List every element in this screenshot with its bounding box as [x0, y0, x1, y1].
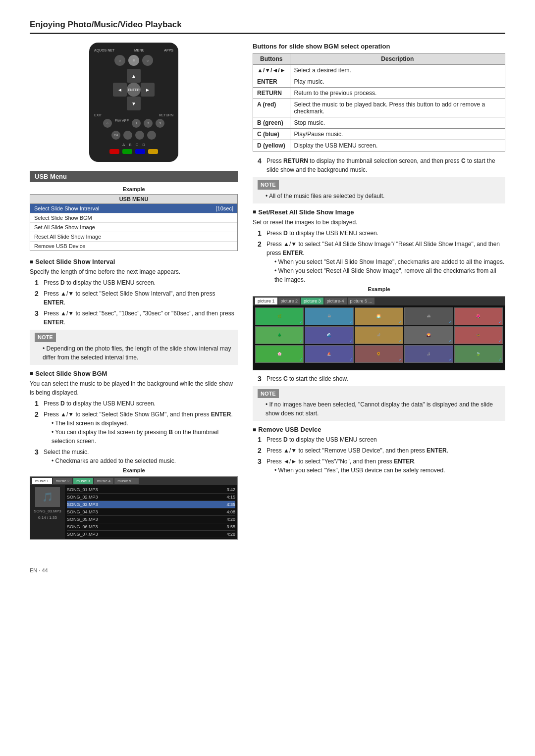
example-label-music: Example: [30, 467, 238, 473]
bgm-step-1: 1 Press D to display the USB MENU screen…: [35, 399, 238, 408]
interval-note: NOTE Depending on the photo files, the l…: [30, 330, 238, 365]
music-example: music 1 music 2 music 3 music 4 music 5 …: [30, 476, 238, 540]
buttons-table-title: Buttons for slide show BGM select operat…: [253, 43, 505, 50]
note3: NOTE If no images have been selected, "C…: [253, 386, 505, 421]
usb-menu-row-4[interactable]: Reset All Slide Show Image: [30, 232, 237, 242]
usb-menu-table: USB MENU Select Slide Show Intrerval [10…: [30, 194, 238, 251]
usb-menu-row-2[interactable]: Select Slide Show BGM: [30, 213, 237, 223]
remove-step-1: 1 Press D to display the USB MENU screen: [258, 435, 505, 444]
bgm-step-3: 3 Select the music. Checkmarks are added…: [35, 448, 238, 465]
usb-menu-header: USB Menu: [30, 171, 238, 182]
table-row: A (red) Select the music to be played ba…: [253, 99, 505, 117]
bgm-description: You can select the music to be played in…: [30, 379, 238, 397]
col-header-buttons: Buttons: [253, 53, 290, 65]
subsection-setreset-title: Set/Reset All Slide Show Image: [253, 208, 505, 216]
remove-step-3: 3 Press ◄/► to select "Yes"/"No", and th…: [258, 457, 505, 475]
remove-step-2: 2 Press ▲/▼ to select "Remove USB Device…: [258, 446, 505, 455]
bgm-step-2: 2 Press ▲/▼ to select "Select Slide Show…: [35, 410, 238, 446]
note2: NOTE All of the music files are selected…: [253, 177, 505, 203]
setreset-step-1: 1 Press D to display the USB MENU screen…: [258, 229, 505, 238]
table-row: C (blue) Play/Pause music.: [253, 129, 505, 140]
usb-menu-title: USB MENU: [30, 195, 237, 204]
table-row: RETURN Return to the previous process.: [253, 88, 505, 99]
interval-step-1: 1 Press D to display the USB MENU screen…: [35, 278, 238, 287]
table-row: B (green) Stop music.: [253, 117, 505, 129]
slideshow-example: picture 1 picture 2 picture 3 picture-4 …: [253, 296, 505, 370]
setreset-step-2: 2 Press ▲/▼ to select "Set All Slide Sho…: [258, 240, 505, 284]
col-header-description: Description: [290, 53, 505, 65]
right-column: Buttons for slide show BGM select operat…: [253, 43, 505, 543]
subsection-interval-title: Select Slide Show Interval: [30, 258, 238, 265]
left-column: AQUOS NET MENU APPS ○ ≡ ○ ▲ ◄ ENTER ►: [30, 43, 238, 543]
interval-step-3: 3 Press ▲/▼ to select "5sec", "10sec", "…: [35, 309, 238, 327]
page-number: EN · 44: [30, 567, 48, 573]
setreset-step-3: 3 Press C to start the slide show.: [258, 374, 505, 383]
buttons-table: Buttons Description ▲/▼/◄/► Select a des…: [253, 53, 505, 151]
usb-menu-row-5[interactable]: Remove USB Device: [30, 242, 237, 251]
usb-menu-row-3[interactable]: Set All Slide Show Image: [30, 223, 237, 232]
remote-illustration: AQUOS NET MENU APPS ○ ≡ ○ ▲ ◄ ENTER ►: [30, 43, 238, 162]
step4: 4 Press RETURN to display the thumbnail …: [258, 156, 505, 174]
subsection-remove-title: Remove USB Device: [253, 426, 505, 433]
example-label-1: Example: [30, 186, 238, 192]
setreset-description: Set or reset the images to be displayed.: [253, 218, 505, 227]
subsection-bgm-title: Select Slide Show BGM: [30, 370, 238, 377]
table-row: D (yellow) Display the USB MENU screen.: [253, 140, 505, 151]
table-row: ▲/▼/◄/► Select a desired item.: [253, 65, 505, 76]
example-label-slideshow: Example: [253, 286, 505, 292]
usb-menu-row-1[interactable]: Select Slide Show Intrerval [10sec]: [30, 204, 237, 213]
table-row: ENTER Play music.: [253, 76, 505, 88]
interval-description: Specify the length of time before the ne…: [30, 267, 238, 276]
page-title: Enjoying Photo/Music/Video Playback: [30, 20, 505, 34]
interval-step-2: 2 Press ▲/▼ to select "Select Slide Show…: [35, 289, 238, 307]
